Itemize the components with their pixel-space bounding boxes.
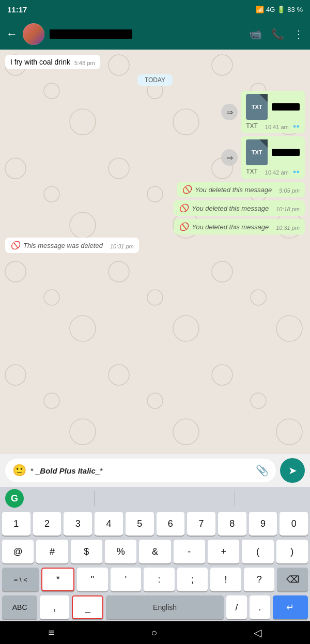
file-inner-2: TXT	[246, 139, 300, 165]
status-time: 11:17	[7, 5, 27, 14]
message-input-box[interactable]: 🙂 * _Bold Plus Italic_* 📎	[5, 459, 276, 482]
deleted-icon-1: 🚫	[182, 185, 192, 194]
key-5[interactable]: 5	[126, 512, 154, 536]
back-button[interactable]: ←	[6, 27, 18, 41]
file-message-row-2: ⇒ TXT TXT 10:42 am ●●	[5, 136, 305, 179]
key-ampersand[interactable]: &	[139, 540, 171, 563]
key-exclamation[interactable]: !	[210, 568, 241, 591]
deleted-text-3: You deleted this message	[192, 223, 269, 231]
old-message-bubble: I fry with coal drink 5:48 pm	[5, 55, 100, 69]
key-plus[interactable]: +	[208, 540, 239, 563]
keyboard-number-row: 1 2 3 4 5 6 7 8 9 0	[0, 510, 310, 538]
deleted-msg-row-3: 🚫 You deleted this message 10:31 pm	[5, 219, 305, 234]
battery-icon: 🔋	[277, 6, 285, 13]
key-minus[interactable]: -	[174, 540, 205, 563]
key-equals-backslash[interactable]: = \ <	[2, 568, 39, 591]
emoji-button[interactable]: 🙂	[12, 464, 26, 477]
voice-call-icon[interactable]: 📞	[271, 28, 284, 40]
forward-icon-1[interactable]: ⇒	[221, 104, 238, 120]
grammarly-button[interactable]: G	[5, 489, 24, 508]
key-close-paren[interactable]: )	[276, 540, 308, 563]
key-9[interactable]: 9	[249, 512, 277, 536]
key-question[interactable]: ?	[244, 568, 275, 591]
key-3[interactable]: 3	[64, 512, 92, 536]
keyboard-top-spacer	[24, 491, 305, 506]
deleted-msg-bubble-3: 🚫 You deleted this message 10:31 pm	[174, 219, 305, 234]
key-abc[interactable]: ABC	[2, 595, 37, 619]
file-type-label-1: TXT	[246, 122, 258, 130]
keyboard-bottom-row: ABC , _ English / . ↵	[0, 593, 310, 621]
key-asterisk[interactable]: *	[41, 568, 74, 591]
key-space[interactable]: English	[106, 595, 224, 619]
kb-divider-2	[235, 491, 235, 506]
message-input-text[interactable]: * _Bold Plus Italic_*	[30, 466, 252, 475]
attach-button[interactable]: 📎	[256, 464, 269, 477]
deleted-text-2: You deleted this message	[192, 205, 269, 212]
status-bar: 11:17 📶 4G 🔋 83 %	[0, 0, 310, 19]
send-icon: ➤	[288, 464, 297, 477]
key-dollar[interactable]: $	[71, 540, 102, 563]
keyboard-top-bar: G	[0, 487, 310, 510]
input-bold-italic: _Bold Plus Italic_	[36, 466, 100, 475]
deleted-time-received: 10:31 pm	[110, 243, 134, 249]
key-6[interactable]: 6	[157, 512, 185, 536]
keyboard-special-row: = \ < * " ' : ; ! ? ⌫	[0, 566, 310, 593]
nav-menu-icon[interactable]: ≡	[49, 627, 55, 639]
deleted-msg-row-1: 🚫 You deleted this message 9:05 pm	[5, 182, 305, 197]
signal-type: 4G	[266, 6, 275, 13]
key-colon[interactable]: :	[144, 568, 175, 591]
key-slash[interactable]: /	[226, 595, 247, 619]
more-options-icon[interactable]: ⋮	[293, 28, 304, 40]
nav-back-icon[interactable]: ◁	[254, 626, 261, 639]
battery-level: 83 %	[287, 6, 303, 13]
nav-home-icon[interactable]: ○	[151, 627, 157, 639]
key-single-quote[interactable]: '	[111, 568, 142, 591]
keyboard-symbol-row: @ # $ % & - + ( )	[0, 538, 310, 566]
send-button[interactable]: ➤	[280, 458, 305, 483]
header-icons: 📹 📞 ⋮	[249, 28, 304, 40]
file-message-bubble-1[interactable]: TXT TXT 10:41 am ●●	[241, 91, 305, 133]
key-percent[interactable]: %	[105, 540, 136, 563]
video-call-icon[interactable]: 📹	[249, 28, 262, 40]
deleted-msg-bubble-1: 🚫 You deleted this message 9:05 pm	[177, 182, 305, 197]
contact-name-box	[50, 29, 244, 39]
key-open-paren[interactable]: (	[242, 540, 273, 563]
forward-icon-2[interactable]: ⇒	[221, 149, 238, 166]
deleted-time-1: 9:05 pm	[279, 187, 300, 194]
deleted-icon-received: 🚫	[10, 241, 20, 250]
deleted-bubble-1: 🚫 You deleted this message 9:05 pm	[182, 185, 300, 194]
key-2[interactable]: 2	[33, 512, 61, 536]
key-7[interactable]: 7	[187, 512, 215, 536]
old-message-text: I fry with coal drink	[10, 58, 70, 66]
old-message-row: I fry with coal drink 5:48 pm	[5, 55, 305, 69]
key-double-quote[interactable]: "	[77, 568, 108, 591]
input-area: 🙂 * _Bold Plus Italic_* 📎 ➤	[0, 454, 310, 487]
file-message-row-1: ⇒ TXT TXT 10:41 am ●●	[5, 91, 305, 133]
deleted-bubble-2: 🚫 You deleted this message 10:18 pm	[179, 203, 300, 213]
keyboard: G 1 2 3 4 5 6 7 8 9 0 @ # $ % & - + ( ) …	[0, 487, 310, 621]
chat-header: ← 📹 📞 ⋮	[0, 19, 310, 50]
deleted-time-3: 10:31 pm	[276, 225, 300, 231]
key-at[interactable]: @	[2, 540, 34, 563]
deleted-bubble-received: 🚫 This message was deleted 10:31 pm	[10, 241, 134, 250]
key-semicolon[interactable]: ;	[177, 568, 208, 591]
key-comma[interactable]: ,	[40, 595, 69, 619]
key-hash[interactable]: #	[36, 540, 68, 563]
key-1[interactable]: 1	[2, 512, 30, 536]
file-time-2: 10:42 am	[265, 169, 289, 176]
key-backspace[interactable]: ⌫	[277, 568, 308, 591]
key-dot[interactable]: .	[250, 595, 270, 619]
deleted-bubble-3: 🚫 You deleted this message 10:31 pm	[179, 222, 300, 231]
key-4[interactable]: 4	[95, 512, 123, 536]
key-enter[interactable]: ↵	[273, 595, 308, 619]
deleted-msg-row-received: 🚫 This message was deleted 10:31 pm	[5, 238, 305, 253]
input-suffix: *	[100, 466, 103, 475]
file-name-redacted-2	[272, 149, 300, 156]
key-0[interactable]: 0	[280, 512, 308, 536]
date-badge: TODAY	[137, 74, 173, 86]
key-8[interactable]: 8	[218, 512, 246, 536]
file-message-bubble-2[interactable]: TXT TXT 10:42 am ●●	[241, 136, 305, 179]
contact-avatar[interactable]	[23, 23, 44, 45]
key-underscore[interactable]: _	[72, 595, 103, 619]
file-meta-1: TXT 10:41 am ●●	[246, 122, 300, 130]
